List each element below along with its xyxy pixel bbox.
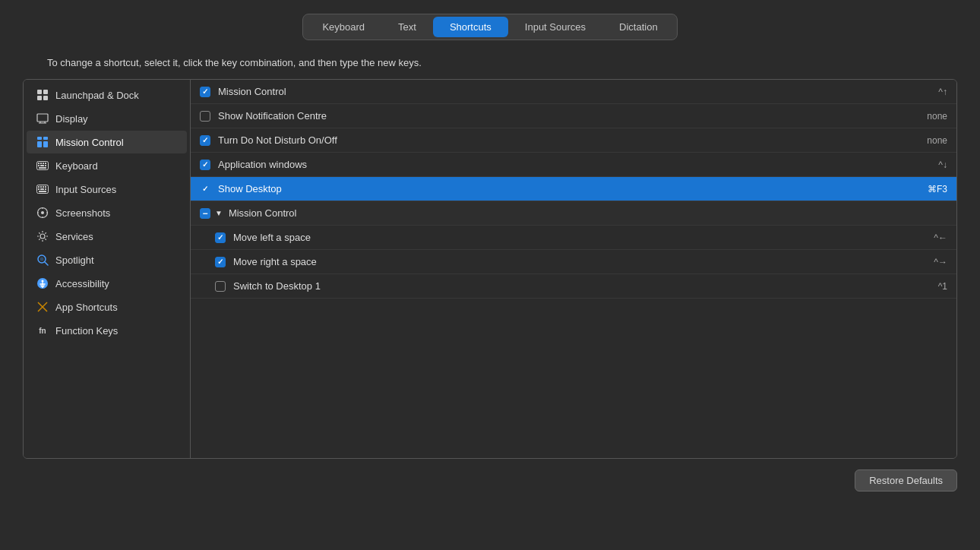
sidebar: Launchpad & DockDisplayMission ControlKe… xyxy=(24,80,191,458)
sidebar-item-label-function-keys: Function Keys xyxy=(55,325,118,337)
checkbox-mission-control[interactable] xyxy=(200,87,210,97)
shortcut-row-move-right[interactable]: Move right a space^→ xyxy=(191,250,956,274)
svg-rect-2 xyxy=(37,96,42,100)
sidebar-item-input-sources[interactable]: Input Sources xyxy=(27,178,187,201)
svg-rect-16 xyxy=(45,163,46,164)
sidebar-item-spotlight[interactable]: Spotlight xyxy=(27,248,187,271)
sidebar-item-display[interactable]: Display xyxy=(27,107,187,130)
screenshots-icon xyxy=(36,206,49,220)
checkbox-app-windows[interactable] xyxy=(200,160,210,170)
shortcut-label-do-not-disturb: Turn Do Not Disturb On/Off xyxy=(218,134,919,146)
keyboard-icon xyxy=(36,159,49,172)
svg-rect-11 xyxy=(43,141,48,147)
content-panel: Mission Control^↑Show Notification Centr… xyxy=(191,80,956,458)
shortcut-row-mission-control[interactable]: Mission Control^↑ xyxy=(191,80,956,104)
key-combo-move-right: ^→ xyxy=(934,257,947,267)
tab-dictation[interactable]: Dictation xyxy=(602,17,675,37)
accessibility-icon xyxy=(36,277,49,290)
checkbox-mission-control-group[interactable] xyxy=(200,208,210,219)
shortcut-row-show-notification[interactable]: Show Notification Centrenone xyxy=(191,104,956,128)
shortcut-row-show-desktop[interactable]: Show Desktop⌘F3 xyxy=(191,177,956,201)
shortcut-row-app-windows[interactable]: Application windows^↓ xyxy=(191,153,956,177)
sidebar-item-label-screenshots: Screenshots xyxy=(55,207,110,219)
app-shortcuts-icon xyxy=(36,300,49,314)
sidebar-item-label-services: Services xyxy=(55,231,93,242)
input-sources-icon xyxy=(36,182,49,196)
sidebar-item-label-keyboard: Keyboard xyxy=(55,160,98,172)
key-combo-app-windows: ^↓ xyxy=(938,160,947,170)
svg-rect-3 xyxy=(43,96,48,100)
sidebar-item-label-input-sources: Input Sources xyxy=(55,184,116,195)
instruction-text: To change a shortcut, select it, click t… xyxy=(47,57,422,68)
svg-rect-0 xyxy=(37,90,42,94)
spotlight-icon xyxy=(36,253,49,267)
svg-rect-23 xyxy=(40,186,42,188)
tab-text[interactable]: Text xyxy=(381,17,433,37)
svg-rect-29 xyxy=(39,191,46,192)
svg-rect-19 xyxy=(45,165,46,166)
tab-bar: KeyboardTextShortcutsInput SourcesDictat… xyxy=(302,14,677,40)
svg-line-38 xyxy=(45,262,48,265)
sidebar-item-mission-control[interactable]: Mission Control xyxy=(27,131,187,153)
svg-rect-4 xyxy=(37,114,48,122)
shortcut-label-show-notification: Show Notification Centre xyxy=(218,110,919,122)
sidebar-item-screenshots[interactable]: Screenshots xyxy=(27,201,187,224)
shortcut-label-move-right: Move right a space xyxy=(233,256,926,267)
svg-rect-15 xyxy=(43,163,44,164)
sidebar-item-keyboard[interactable]: Keyboard xyxy=(27,154,187,177)
services-icon xyxy=(36,229,49,243)
shortcut-row-move-left[interactable]: Move left a space^← xyxy=(191,226,956,250)
svg-rect-24 xyxy=(43,186,44,188)
key-combo-move-left: ^← xyxy=(934,232,947,243)
shortcut-label-show-desktop: Show Desktop xyxy=(218,183,920,194)
sidebar-item-label-app-shortcuts: App Shortcuts xyxy=(55,302,118,313)
svg-rect-22 xyxy=(38,186,40,188)
svg-point-39 xyxy=(40,258,44,261)
tab-shortcuts[interactable]: Shortcuts xyxy=(433,17,508,37)
checkbox-move-left[interactable] xyxy=(215,232,226,243)
shortcut-label-mission-control: Mission Control xyxy=(218,86,931,97)
sidebar-item-label-launchpad-dock: Launchpad & Dock xyxy=(55,90,139,101)
svg-point-36 xyxy=(40,234,45,239)
function-keys-icon: fn xyxy=(36,324,49,337)
checkbox-do-not-disturb[interactable] xyxy=(200,135,210,146)
shortcut-row-do-not-disturb[interactable]: Turn Do Not Disturb On/Offnone xyxy=(191,128,956,153)
shortcut-label-move-left: Move left a space xyxy=(233,232,926,243)
sidebar-item-label-display: Display xyxy=(55,113,88,125)
sidebar-item-launchpad-dock[interactable]: Launchpad & Dock xyxy=(27,84,187,106)
key-combo-show-notification: none xyxy=(927,111,947,122)
shortcut-label-app-windows: Application windows xyxy=(218,159,931,170)
svg-rect-14 xyxy=(40,163,42,164)
sidebar-item-label-spotlight: Spotlight xyxy=(55,254,94,266)
svg-rect-27 xyxy=(40,188,44,190)
checkbox-switch-desktop[interactable] xyxy=(215,281,226,292)
svg-rect-1 xyxy=(43,90,48,94)
shortcut-row-switch-desktop[interactable]: Switch to Desktop 1^1 xyxy=(191,274,956,299)
restore-defaults-button[interactable]: Restore Defaults xyxy=(855,469,957,492)
svg-point-31 xyxy=(41,211,44,214)
svg-rect-9 xyxy=(43,137,48,140)
shortcut-label-switch-desktop: Switch to Desktop 1 xyxy=(233,280,931,292)
checkbox-show-notification[interactable] xyxy=(200,111,210,122)
svg-rect-28 xyxy=(45,188,46,190)
tab-input-sources[interactable]: Input Sources xyxy=(508,17,602,37)
key-combo-do-not-disturb: none xyxy=(927,135,947,146)
svg-rect-13 xyxy=(38,163,40,164)
sidebar-item-label-mission-control: Mission Control xyxy=(55,137,124,148)
tab-keyboard[interactable]: Keyboard xyxy=(305,17,381,37)
shortcut-label-mission-control-group: Mission Control xyxy=(229,207,947,219)
svg-rect-25 xyxy=(45,186,46,188)
key-combo-show-desktop: ⌘F3 xyxy=(928,184,947,194)
shortcut-row-mission-control-group[interactable]: ▼Mission Control xyxy=(191,201,956,226)
sidebar-item-function-keys[interactable]: fnFunction Keys xyxy=(27,319,187,342)
sidebar-item-services[interactable]: Services xyxy=(27,225,187,248)
sidebar-item-accessibility[interactable]: Accessibility xyxy=(27,272,187,295)
checkbox-move-right[interactable] xyxy=(215,257,226,267)
checkbox-show-desktop[interactable] xyxy=(200,184,210,194)
launchpad-dock-icon xyxy=(36,88,49,102)
display-icon xyxy=(36,112,49,125)
sidebar-item-label-accessibility: Accessibility xyxy=(55,278,109,289)
key-combo-mission-control: ^↑ xyxy=(938,87,947,97)
sidebar-item-app-shortcuts[interactable]: App Shortcuts xyxy=(27,296,187,318)
mission-control-icon xyxy=(36,135,49,149)
